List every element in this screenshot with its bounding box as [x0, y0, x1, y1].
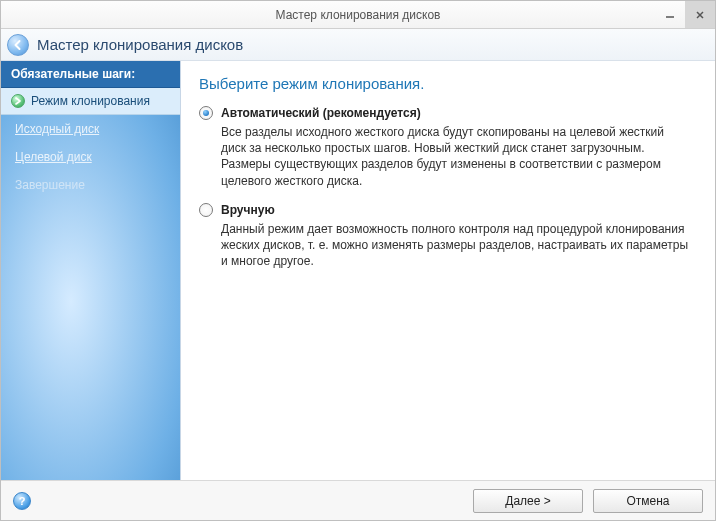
cancel-button[interactable]: Отмена [593, 489, 703, 513]
titlebar: Мастер клонирования дисков [1, 1, 715, 29]
option-manual-row[interactable]: Вручную [199, 203, 697, 217]
sidebar-step-target-disk[interactable]: Целевой диск [1, 143, 180, 171]
sidebar-step-source-disk[interactable]: Исходный диск [1, 115, 180, 143]
option-automatic-label: Автоматический (рекомендуется) [221, 106, 421, 120]
sidebar-spacer [1, 199, 180, 480]
window-title: Мастер клонирования дисков [276, 8, 441, 22]
wizard-window: Мастер клонирования дисков Мастер клонир… [0, 0, 716, 521]
radio-automatic[interactable] [199, 106, 213, 120]
sidebar-step-finish: Завершение [1, 171, 180, 199]
close-button[interactable] [685, 1, 715, 28]
content-panel: Выберите режим клонирования. Автоматичес… [181, 61, 715, 480]
option-automatic-row[interactable]: Автоматический (рекомендуется) [199, 106, 697, 120]
wizard-body: Обязательные шаги: Режим клонирования Ис… [1, 61, 715, 480]
sidebar: Обязательные шаги: Режим клонирования Ис… [1, 61, 181, 480]
window-controls [655, 1, 715, 28]
help-icon[interactable]: ? [13, 492, 31, 510]
next-button[interactable]: Далее > [473, 489, 583, 513]
radio-manual[interactable] [199, 203, 213, 217]
option-manual-label: Вручную [221, 203, 275, 217]
option-automatic-desc: Все разделы исходного жесткого диска буд… [221, 124, 691, 189]
wizard-header: Мастер клонирования дисков [1, 29, 715, 61]
arrow-right-icon [11, 94, 25, 108]
option-manual-desc: Данный режим дает возможность полного ко… [221, 221, 691, 270]
wizard-title: Мастер клонирования дисков [37, 36, 243, 53]
footer: ? Далее > Отмена [1, 480, 715, 520]
minimize-button[interactable] [655, 1, 685, 28]
page-title: Выберите режим клонирования. [199, 75, 697, 92]
sidebar-header: Обязательные шаги: [1, 61, 180, 88]
sidebar-step-clone-mode[interactable]: Режим клонирования [1, 88, 180, 115]
back-button[interactable] [7, 34, 29, 56]
sidebar-step-label: Режим клонирования [31, 94, 150, 108]
